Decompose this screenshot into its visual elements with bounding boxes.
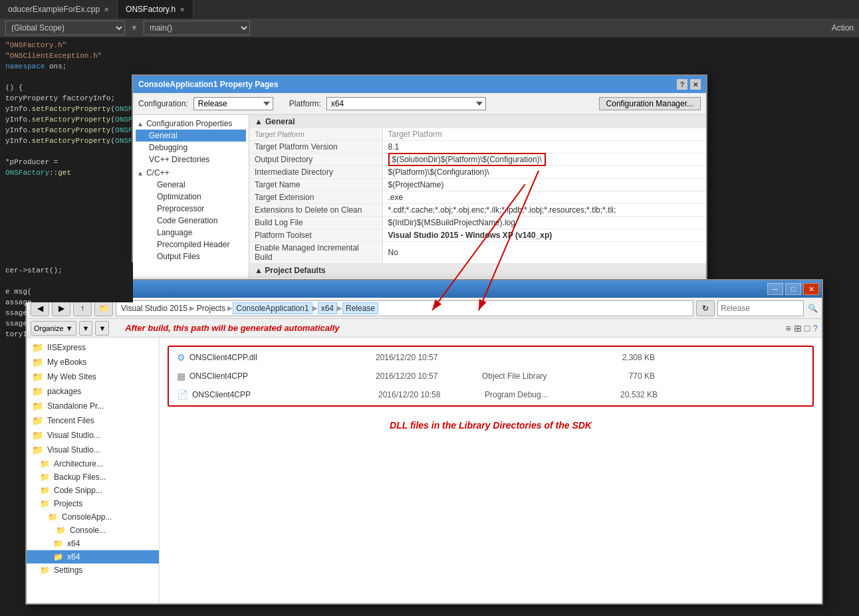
tab-producer-close[interactable]: ✕	[104, 6, 109, 13]
tree-cpp-parent[interactable]: ▲ C/C++	[136, 167, 246, 179]
file-row-pdb[interactable]: 📄 ONSClient4CPP 2016/12/20 10:58 Program…	[170, 385, 811, 404]
sidebar-x64-2[interactable]: 📁 x64	[27, 550, 159, 564]
tree-precompiled[interactable]: Precompiled Header	[136, 239, 246, 251]
property-pages-dialog: ConsoleApplication1 Property Pages ? ✕ C…	[132, 74, 707, 287]
breadcrumb-projects[interactable]: Projects	[195, 304, 227, 313]
dialog-close-btn[interactable]: ✕	[690, 79, 701, 90]
folder-icon-x64-2: 📁	[53, 552, 63, 562]
enable-managed-label: Enable Managed Incremental Build	[249, 242, 382, 264]
scope-dropdown[interactable]: (Global Scope)	[5, 21, 125, 35]
sidebar-architecture-label: Architecture...	[54, 459, 103, 468]
target-name-label: Target Name	[249, 179, 382, 191]
extensions-delete-value: *.cdf;*.cache;*.obj;*.obj.enc;*.ilk;*.ip…	[382, 204, 706, 217]
address-bar[interactable]: Visual Studio 2015 ▶ Projects ▶ ConsoleA…	[116, 300, 693, 316]
tree-language[interactable]: Language	[136, 227, 246, 239]
tab-ons-factory[interactable]: ONSFactory.h ✕	[118, 0, 193, 19]
preview-view-icon[interactable]: □	[804, 323, 810, 334]
target-platform-version-value: 8.1	[382, 141, 706, 154]
output-dir-cell[interactable]: $(SolutionDir)$(Platform)\$(Configuratio…	[388, 153, 546, 166]
minimize-button[interactable]: ─	[767, 283, 783, 295]
properties-table: Target Platform Target Platform Target P…	[249, 128, 706, 278]
folder-icon-vs2: 📁	[32, 445, 43, 455]
sidebar-standalone[interactable]: 📁 Standalone Pr...	[27, 399, 159, 413]
sidebar-vs2-label: Visual Studio...	[47, 445, 100, 455]
sidebar-packages[interactable]: 📁 packages	[27, 384, 159, 399]
breadcrumb-release[interactable]: Release	[342, 302, 378, 314]
tree-output-files[interactable]: Output Files	[136, 251, 246, 262]
code-line-7: yInfo.setFactoryProperty(ONSFac	[5, 104, 128, 114]
sidebar-vs2[interactable]: 📁 Visual Studio...	[27, 443, 159, 457]
sidebar-myebooks[interactable]: 📁 My eBooks	[27, 355, 159, 369]
build-log-label: Build Log File	[249, 217, 382, 229]
sidebar-codesnipp-label: Code Snipp...	[54, 486, 102, 495]
config-props-parent[interactable]: ▲ Configuration Properties	[136, 118, 246, 130]
config-manager-button[interactable]: Configuration Manager...	[599, 97, 701, 110]
platform-dropdown[interactable]: x64	[326, 97, 486, 110]
platform-label: Platform:	[289, 99, 321, 108]
sidebar-vs1[interactable]: 📁 Visual Studio...	[27, 428, 159, 443]
tree-vc-dirs[interactable]: VC++ Directories	[136, 154, 246, 165]
file-pdb-type: Program Debug...	[485, 390, 591, 399]
dll-annotation-text: DLL files in the Library Directories of …	[390, 420, 592, 431]
breadcrumb-console[interactable]: ConsoleApplication1	[233, 302, 312, 314]
enable-managed-value: No	[382, 242, 706, 264]
sidebar-settings[interactable]: 📁 Settings	[27, 564, 159, 577]
sidebar-x64-1[interactable]: 📁 x64	[27, 537, 159, 550]
file-pdb-date: 2016/12/20 10:58	[378, 390, 485, 399]
output-dir-value[interactable]: $(SolutionDir)$(Platform)\$(Configuratio…	[382, 154, 706, 166]
sidebar-tencent[interactable]: 📁 Tencent Files	[27, 413, 159, 428]
platform-toolset-value: Visual Studio 2015 - Windows XP (v140_xp…	[382, 229, 706, 242]
list-view-icon[interactable]: ≡	[786, 323, 791, 334]
target-extension-value: .exe	[382, 191, 706, 204]
file-row-dll[interactable]: ⚙ ONSClient4CPP.dll 2016/12/20 10:57 2,3…	[170, 348, 811, 367]
tree-optimization[interactable]: Optimization	[136, 191, 246, 203]
sidebar-consoleapp[interactable]: 📁 ConsoleApp...	[27, 510, 159, 524]
dialog-title: ConsoleApplication1 Property Pages	[138, 80, 279, 89]
sidebar-iisexpress[interactable]: 📁 IISExpress	[27, 340, 159, 355]
dll-file-icon: ⚙	[177, 352, 185, 363]
breadcrumb-vs2015[interactable]: Visual Studio 2015	[119, 304, 189, 313]
details-view-icon[interactable]: ⊞	[794, 323, 802, 334]
tab-producer[interactable]: oducerExampleForEx.cpp ✕	[0, 0, 118, 19]
file-lib-type: Object File Library	[482, 371, 588, 381]
sidebar-backup-label: Backup Files...	[54, 472, 106, 482]
dialog-help-btn[interactable]: ?	[677, 79, 687, 90]
maximize-button[interactable]: □	[785, 283, 801, 295]
breadcrumb-x64[interactable]: x64	[318, 302, 337, 314]
tree-debugging[interactable]: Debugging	[136, 142, 246, 154]
project-defaults-row: ▲ Project Defaults	[249, 264, 706, 278]
sidebar-console[interactable]: 📁 Console...	[27, 524, 159, 537]
action-label: Action	[832, 23, 854, 33]
search-input[interactable]	[717, 300, 804, 316]
folder-icon-mywebsites: 📁	[32, 371, 43, 382]
sidebar-architecture[interactable]: 📁 Architecture...	[27, 457, 159, 470]
bottom-code-5: ssageInf	[5, 308, 128, 318]
file-row-lib[interactable]: ▦ ONSClient4CPP 2016/12/20 10:57 Object …	[170, 367, 811, 385]
refresh-button[interactable]: ↻	[696, 300, 715, 316]
sidebar-backup[interactable]: 📁 Backup Files...	[27, 470, 159, 484]
tab-producer-label: oducerExampleForEx.cpp	[8, 5, 100, 14]
folder-icon-console: 📁	[56, 526, 66, 535]
sidebar-iisexpress-label: IISExpress	[47, 343, 86, 352]
sidebar-mywebsites[interactable]: 📁 My Web Sites	[27, 369, 159, 384]
tab-ons-factory-label: ONSFactory.h	[126, 5, 176, 14]
intermediate-dir-row: Intermediate Directory $(Platform)\$(Con…	[249, 166, 706, 179]
sidebar-projects[interactable]: 📁 Projects	[27, 497, 159, 510]
close-button[interactable]: ✕	[803, 283, 819, 295]
tree-cpp-general[interactable]: General	[136, 179, 246, 191]
folder-icon-codesnipp: 📁	[40, 486, 50, 495]
file-lib-date: 2016/12/20 10:57	[376, 371, 482, 381]
tree-preprocessor[interactable]: Preprocessor	[136, 203, 246, 215]
tree-general[interactable]: General	[136, 130, 246, 142]
tree-code-gen[interactable]: Code Generation	[136, 215, 246, 227]
project-defaults-label: Project Defaults	[265, 266, 325, 275]
sidebar-codesnipp[interactable]: 📁 Code Snipp...	[27, 484, 159, 497]
help-icon[interactable]: ?	[812, 323, 818, 334]
bottom-code-6: ssage	[5, 318, 128, 329]
func-dropdown[interactable]: main()	[144, 21, 250, 35]
folder-icon-settings: 📁	[40, 565, 50, 575]
code-line-2: "ONSClientException.h"	[5, 51, 128, 61]
code-line-12: *pProducer = ONSFactory::get	[5, 157, 128, 178]
config-dropdown[interactable]: Release	[193, 97, 273, 110]
tab-ons-factory-close[interactable]: ✕	[180, 6, 185, 13]
